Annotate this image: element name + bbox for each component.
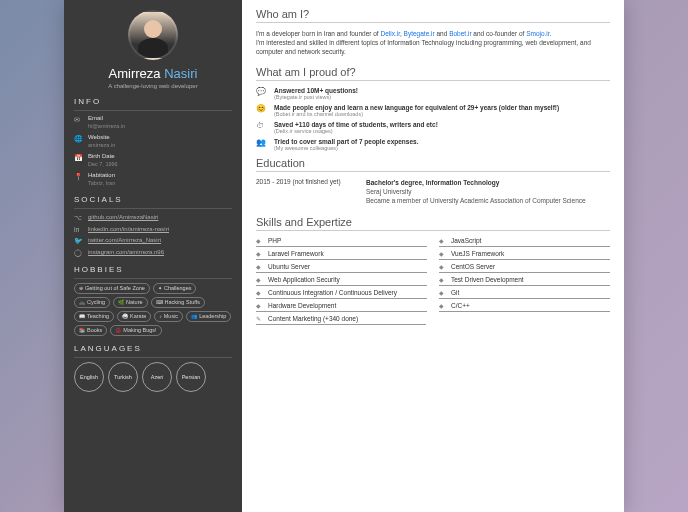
hobby-chip: 🌿Nature (113, 297, 148, 308)
skills-heading: Skills and Expertize (256, 216, 610, 228)
link[interactable]: Bytegate.ir (404, 30, 435, 37)
skill-item: ◆VueJS Framework (439, 250, 610, 260)
skill-icon: ◆ (439, 250, 447, 257)
proud-icon: 💬 (256, 87, 266, 96)
language-badge: English (74, 362, 104, 392)
hobby-icon: 🐞 (115, 327, 121, 333)
skill-item: ◆JavaScript (439, 237, 610, 247)
social-link[interactable]: twitter.com/Amirreza_Nasiri (88, 237, 161, 243)
hobby-chip: ⊕Getting out of Safe Zone (74, 283, 150, 294)
hobby-chip: ⌨Hacking Stuffs (151, 297, 205, 308)
social-icon: ⌥ (74, 214, 82, 222)
link[interactable]: Bobet.ir (449, 30, 471, 37)
info-icon: 🌐 (74, 135, 82, 143)
skill-icon: ◆ (439, 276, 447, 283)
link[interactable]: Delix.ir (380, 30, 400, 37)
hobby-chip: 🥋Karate (117, 311, 151, 322)
section-languages: LANGUAGES (74, 344, 232, 353)
skill-item: ◆PHP (256, 237, 427, 247)
education-entry: 2015 - 2019 (not finished yet) Bachelor'… (256, 178, 610, 205)
hobby-icon: ⊕ (79, 285, 83, 291)
tagline: A challenge-loving web developer (74, 83, 232, 89)
skill-item: ◆CentOS Server (439, 263, 610, 273)
social-link[interactable]: linkedin.com/in/amirreza-nasiri (88, 226, 169, 232)
edu-heading: Education (256, 157, 610, 169)
social-link[interactable]: github.com/AmirrezaNasiri (88, 214, 158, 220)
hobby-icon: 👥 (191, 313, 197, 319)
info-row: 🌐Websiteamirreza.in (74, 134, 232, 149)
proud-item: 👥Tried to cover small part of 7 people e… (256, 138, 610, 151)
proud-heading: What am I proud of? (256, 66, 610, 78)
sidebar: Amirreza Nasiri A challenge-loving web d… (64, 0, 242, 512)
hobby-icon: ♪ (159, 313, 162, 319)
proud-item: 💬Answered 10M+ questions!(Bytegate.ir po… (256, 87, 610, 100)
skill-icon: ◆ (256, 263, 264, 270)
hobby-chip: 📚Books (74, 325, 107, 336)
skill-icon: ◆ (256, 302, 264, 309)
hobby-icon: ✦ (158, 285, 162, 291)
skill-icon: ◆ (439, 263, 447, 270)
skill-item: ◆Ubuntu Server (256, 263, 427, 273)
social-row: inlinkedin.com/in/amirreza-nasiri (74, 225, 232, 233)
skill-icon: ◆ (256, 289, 264, 296)
skill-item: ◆Test Driven Development (439, 276, 610, 286)
social-icon: 🐦 (74, 237, 82, 245)
skill-icon: ◆ (256, 237, 264, 244)
name: Amirreza Nasiri (74, 66, 232, 81)
info-row: ✉Emailhi@amirreza.in (74, 115, 232, 130)
social-icon: in (74, 226, 82, 233)
skill-item: ◆Laravel Framework (256, 250, 427, 260)
hobby-icon: ⌨ (156, 299, 163, 305)
skill-icon: ◆ (439, 237, 447, 244)
hobby-icon: 🚲 (79, 299, 85, 305)
info-row: 📅Birth DateDec 7, 1996 (74, 153, 232, 168)
hobby-chip: ♪Music (154, 311, 183, 322)
proud-icon: 😊 (256, 104, 266, 113)
skill-icon: ◆ (439, 289, 447, 296)
social-icon: ◯ (74, 249, 82, 257)
section-hobbies: HOBBIES (74, 265, 232, 274)
social-row: 🐦twitter.com/Amirreza_Nasiri (74, 236, 232, 245)
hobby-chip: 📖Teaching (74, 311, 114, 322)
hobby-chip: ✦Challenges (153, 283, 197, 294)
info-icon: 📍 (74, 173, 82, 181)
social-row: ◯instagram.com/amirreza.n96 (74, 248, 232, 257)
hobby-icon: 📚 (79, 327, 85, 333)
skill-item: ◆Web Application Security (256, 276, 427, 286)
main-content: Who am I? I'm a developer born in Iran a… (242, 0, 624, 512)
proud-icon: 👥 (256, 138, 266, 147)
resume-container: Amirreza Nasiri A challenge-loving web d… (64, 0, 624, 512)
skill-item: ◆Continuous Integration / Continuous Del… (256, 289, 427, 299)
skill-item: ◆C/C++ (439, 302, 610, 312)
proud-item: ⏱Saved +110 days of time of students, wr… (256, 121, 610, 134)
language-badge: Persian (176, 362, 206, 392)
hobby-icon: 🌿 (118, 299, 124, 305)
language-badge: Turkish (108, 362, 138, 392)
section-socials: SOCIALS (74, 195, 232, 204)
skill-icon: ◆ (439, 302, 447, 309)
skill-icon: ◆ (256, 276, 264, 283)
proud-icon: ⏱ (256, 121, 266, 130)
hobby-chip: 🚲Cycling (74, 297, 110, 308)
section-info: INFO (74, 97, 232, 106)
link[interactable]: Smojo.ir (526, 30, 549, 37)
hobby-icon: 📖 (79, 313, 85, 319)
intro-text: I'm a developer born in Iran and founder… (256, 29, 610, 56)
info-icon: 📅 (74, 154, 82, 162)
language-badge: Azeri (142, 362, 172, 392)
skill-icon: ✎ (256, 315, 264, 322)
skill-item: ◆Hardware Development (256, 302, 427, 312)
social-row: ⌥github.com/AmirrezaNasiri (74, 213, 232, 222)
info-row: 📍HabitationTabriz, Iran (74, 172, 232, 187)
skill-icon: ◆ (256, 250, 264, 257)
hobby-chip: 🐞Making Bugs! (110, 325, 161, 336)
skill-item: ✎Content Marketing (+340 done) (256, 315, 426, 325)
hobby-chip: 👥Leadership (186, 311, 231, 322)
info-icon: ✉ (74, 116, 82, 124)
who-heading: Who am I? (256, 8, 610, 20)
social-link[interactable]: instagram.com/amirreza.n96 (88, 249, 164, 255)
skill-item: ◆Git (439, 289, 610, 299)
hobby-icon: 🥋 (122, 313, 128, 319)
avatar (128, 10, 178, 60)
proud-item: 😊Made people enjoy and learn a new langu… (256, 104, 610, 117)
